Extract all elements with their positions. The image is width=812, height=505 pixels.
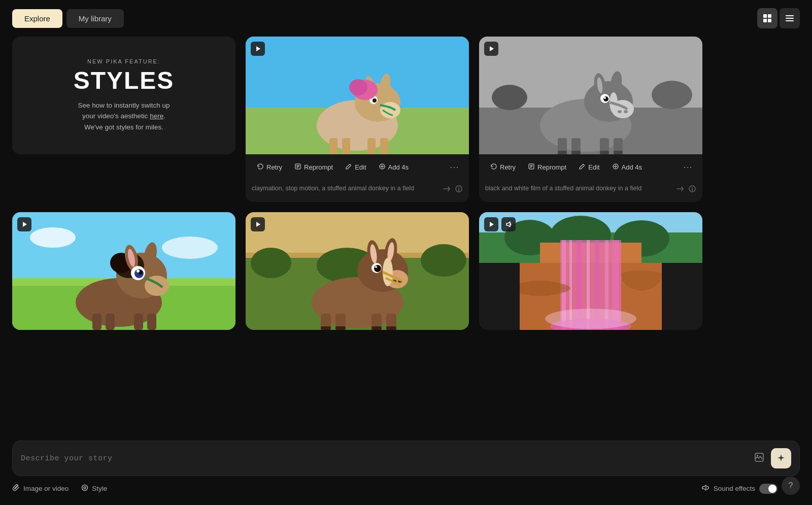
- help-button[interactable]: ?: [782, 477, 800, 495]
- retry-icon-1: [257, 163, 264, 172]
- info-button-2[interactable]: [688, 185, 696, 195]
- prompt-input-container: [12, 441, 800, 476]
- bottom-bar: Image or video Style Sound effects: [0, 432, 812, 505]
- svg-point-56: [162, 237, 218, 259]
- video-thumb-2[interactable]: [479, 37, 702, 154]
- svg-rect-103: [386, 326, 396, 330]
- play-badge-3[interactable]: [17, 217, 31, 231]
- help-icon: ?: [789, 481, 793, 490]
- svg-marker-50: [490, 46, 494, 51]
- svg-rect-1: [768, 14, 771, 18]
- video-thumb-1[interactable]: [246, 37, 469, 154]
- explore-button[interactable]: Explore: [12, 9, 62, 28]
- edit-icon-2: [579, 163, 586, 172]
- svg-rect-49: [614, 151, 623, 154]
- generate-button[interactable]: [771, 448, 791, 468]
- svg-point-79: [251, 248, 291, 278]
- share-button-1[interactable]: [443, 185, 451, 195]
- here-link[interactable]: here: [150, 112, 163, 120]
- share-button-2[interactable]: [676, 185, 684, 195]
- svg-point-29: [652, 81, 692, 109]
- caption-text-1: claymation, stop motion, a stuffed anima…: [252, 184, 438, 193]
- sound-badge-5: [501, 217, 516, 231]
- add4s-button-2[interactable]: Add 4s: [607, 160, 647, 175]
- svg-rect-2: [763, 19, 767, 22]
- edit-button-1[interactable]: Edit: [340, 160, 371, 175]
- edit-label-2: Edit: [588, 163, 599, 171]
- image-or-video-button[interactable]: Image or video: [12, 484, 69, 494]
- svg-rect-6: [786, 20, 794, 21]
- play-badge-2[interactable]: [484, 42, 498, 56]
- edit-button-2[interactable]: Edit: [573, 160, 604, 175]
- svg-rect-48: [600, 151, 609, 154]
- video-card-5[interactable]: [479, 212, 702, 330]
- svg-point-93: [375, 266, 377, 268]
- svg-rect-71: [92, 314, 101, 330]
- retry-button-2[interactable]: Retry: [485, 160, 521, 175]
- feature-label: NEW PIKA FEATURE:: [87, 58, 160, 64]
- caption-actions-2: [676, 185, 696, 195]
- add4s-button-1[interactable]: Add 4s: [374, 160, 414, 175]
- svg-rect-5: [786, 18, 794, 19]
- video-card-4[interactable]: [246, 212, 469, 330]
- retry-button-1[interactable]: Retry: [252, 160, 287, 175]
- play-badge-5[interactable]: [484, 217, 498, 231]
- svg-rect-0: [763, 14, 767, 18]
- svg-point-126: [84, 487, 86, 489]
- svg-point-28: [492, 85, 527, 110]
- upload-button[interactable]: [754, 452, 765, 465]
- svg-rect-46: [558, 151, 567, 154]
- svg-rect-72: [106, 314, 115, 330]
- svg-rect-73: [134, 314, 143, 330]
- video-card-3[interactable]: [12, 212, 235, 330]
- retry-icon-2: [490, 163, 497, 172]
- svg-point-124: [757, 455, 758, 456]
- reprompt-icon-1: [294, 163, 301, 172]
- svg-marker-22: [256, 46, 260, 51]
- svg-point-15: [373, 98, 377, 103]
- feature-desc-line2: your video's aesthetic: [82, 112, 150, 120]
- action-bar-1: Retry Reprompt Edit: [246, 154, 469, 180]
- nav-right: [757, 8, 800, 28]
- prompt-input[interactable]: [21, 454, 748, 463]
- svg-rect-3: [768, 19, 771, 22]
- sound-effects-area: Sound effects: [701, 484, 777, 494]
- library-button[interactable]: My library: [66, 9, 124, 28]
- svg-point-40: [604, 97, 606, 99]
- sound-effects-label: Sound effects: [714, 485, 755, 492]
- more-button-2[interactable]: ⋯: [679, 159, 696, 175]
- reprompt-button-2[interactable]: Reprompt: [523, 160, 571, 175]
- svg-point-39: [603, 96, 608, 102]
- style-icon: [81, 484, 89, 494]
- list-view-button[interactable]: [780, 8, 800, 28]
- play-badge-4[interactable]: [251, 217, 265, 231]
- info-button-1[interactable]: [455, 185, 463, 195]
- svg-point-92: [374, 265, 381, 272]
- svg-marker-104: [256, 222, 260, 227]
- svg-rect-102: [371, 326, 382, 330]
- sound-effects-toggle[interactable]: [759, 484, 777, 494]
- play-badge-1[interactable]: [251, 42, 265, 56]
- feature-card: NEW PIKA FEATURE: STYLES See how to inst…: [12, 37, 235, 154]
- main-grid: NEW PIKA FEATURE: STYLES See how to inst…: [0, 37, 812, 330]
- style-label: Style: [92, 485, 107, 492]
- sound-effects-icon: [701, 484, 709, 494]
- action-bar-2: Retry Reprompt Edit: [479, 154, 702, 180]
- svg-marker-75: [23, 222, 27, 227]
- style-button[interactable]: Style: [81, 484, 107, 494]
- video-card-1: Retry Reprompt Edit: [246, 37, 469, 202]
- more-button-1[interactable]: ⋯: [446, 159, 463, 175]
- grid-view-button[interactable]: [757, 8, 777, 28]
- top-navigation: Explore My library: [0, 0, 812, 37]
- reprompt-button-1[interactable]: Reprompt: [289, 160, 338, 175]
- svg-point-37: [624, 110, 628, 113]
- svg-rect-101: [335, 326, 346, 330]
- svg-rect-19: [342, 138, 350, 154]
- svg-point-36: [618, 110, 622, 113]
- feature-title: STYLES: [74, 69, 175, 93]
- svg-rect-21: [380, 138, 388, 154]
- add4s-label-1: Add 4s: [388, 163, 409, 171]
- retry-label-1: Retry: [266, 163, 282, 171]
- caption-bar-1: claymation, stop motion, a stuffed anima…: [246, 180, 469, 202]
- svg-rect-20: [367, 138, 376, 154]
